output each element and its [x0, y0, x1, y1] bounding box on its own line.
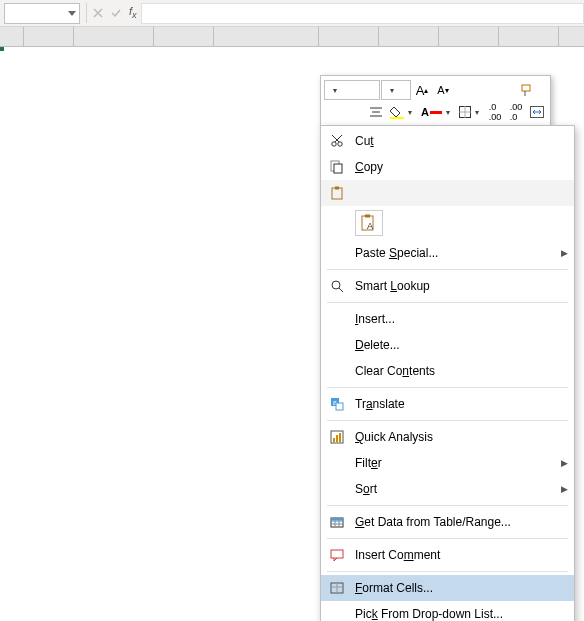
fill-color-icon[interactable]: ▾: [387, 102, 417, 122]
svg-rect-8: [334, 164, 342, 173]
selection-border: [0, 47, 4, 51]
ctx-get-data[interactable]: Get Data from Table/Range...: [321, 509, 574, 535]
svg-rect-9: [332, 188, 342, 199]
decrease-font-icon[interactable]: A▾: [433, 80, 453, 100]
ctx-clear-contents[interactable]: Clear Contents: [321, 358, 574, 384]
mini-toolbar: ▾ ▾ A▴ A▾ ▾ A▾ ▾ .0.00 .00.0: [320, 75, 551, 127]
col-header-D[interactable]: [214, 27, 319, 46]
font-name-selector[interactable]: ▾: [324, 80, 380, 100]
svg-rect-20: [336, 435, 338, 442]
formula-bar[interactable]: [141, 3, 584, 24]
borders-icon[interactable]: ▾: [456, 102, 484, 122]
ctx-copy[interactable]: Copy: [321, 154, 574, 180]
worksheet-grid[interactable]: [0, 27, 584, 47]
align-center-icon[interactable]: [366, 102, 386, 122]
svg-rect-21: [339, 433, 341, 442]
col-header-G[interactable]: [439, 27, 499, 46]
ctx-format-cells[interactable]: Format Cells...: [321, 575, 574, 601]
table-icon: [325, 515, 349, 529]
col-header-F[interactable]: [379, 27, 439, 46]
svg-rect-23: [331, 518, 343, 521]
formula-bar-area: fx: [0, 0, 584, 27]
percent-format-button[interactable]: [475, 80, 495, 100]
font-color-icon[interactable]: A▾: [418, 102, 455, 122]
svg-rect-0: [522, 85, 530, 91]
ctx-delete[interactable]: Delete...: [321, 332, 574, 358]
comment-icon: [325, 548, 349, 562]
ctx-insert-comment[interactable]: Insert Comment: [321, 542, 574, 568]
copy-icon: [325, 160, 349, 174]
col-header-H[interactable]: [499, 27, 559, 46]
svg-rect-2: [430, 111, 442, 114]
paste-default-icon[interactable]: A: [355, 210, 383, 236]
enter-formula-icon: [107, 4, 125, 22]
ctx-paste-options-row: A: [321, 206, 574, 240]
format-painter-icon[interactable]: [517, 80, 537, 100]
svg-text:A: A: [367, 221, 373, 231]
col-header-E[interactable]: [319, 27, 379, 46]
svg-rect-17: [336, 403, 343, 410]
italic-button[interactable]: [345, 102, 365, 122]
ctx-cut[interactable]: Cut: [321, 128, 574, 154]
cancel-formula-icon: [89, 4, 107, 22]
ctx-paste-options-header: [321, 180, 574, 206]
ctx-quick-analysis[interactable]: Quick Analysis: [321, 424, 574, 450]
name-box[interactable]: [4, 3, 80, 24]
ctx-sort[interactable]: Sort▶: [321, 476, 574, 502]
ctx-paste-special[interactable]: Paste Special...▶: [321, 240, 574, 266]
ctx-filter[interactable]: Filter▶: [321, 450, 574, 476]
svg-rect-24: [331, 550, 343, 558]
format-cells-icon: [325, 581, 349, 595]
svg-rect-19: [333, 438, 335, 442]
select-all-corner[interactable]: [0, 27, 24, 46]
fx-icon[interactable]: fx: [129, 5, 137, 20]
context-menu: Cut Copy A Paste Special...▶ Smart Looku…: [320, 125, 575, 621]
search-icon: [325, 279, 349, 293]
svg-rect-1: [390, 117, 404, 119]
comma-format-button[interactable]: [496, 80, 516, 100]
ctx-smart-lookup[interactable]: Smart Lookup: [321, 273, 574, 299]
svg-rect-10: [335, 187, 339, 190]
clipboard-icon: [325, 186, 349, 200]
svg-point-14: [332, 281, 340, 289]
translate-icon: a: [325, 397, 349, 411]
svg-rect-12: [365, 215, 370, 218]
svg-point-5: [332, 142, 336, 146]
merge-center-icon[interactable]: [527, 102, 547, 122]
decrease-decimal-icon[interactable]: .00.0: [506, 102, 526, 122]
accounting-format-button[interactable]: [454, 80, 474, 100]
ctx-insert[interactable]: Insert...: [321, 306, 574, 332]
col-header-A[interactable]: [24, 27, 74, 46]
name-box-dropdown-icon[interactable]: [68, 11, 76, 17]
bold-button[interactable]: [324, 102, 344, 122]
ctx-translate[interactable]: a Translate: [321, 391, 574, 417]
font-size-selector[interactable]: ▾: [381, 80, 411, 100]
ctx-pick-dropdown[interactable]: Pick From Drop-down List...: [321, 601, 574, 621]
column-headers-row: [0, 27, 584, 47]
col-header-B[interactable]: [74, 27, 154, 46]
scissors-icon: [325, 134, 349, 148]
svg-point-6: [338, 142, 342, 146]
increase-font-icon[interactable]: A▴: [412, 80, 432, 100]
col-header-C[interactable]: [154, 27, 214, 46]
increase-decimal-icon[interactable]: .0.00: [485, 102, 505, 122]
quick-analysis-icon: [325, 430, 349, 444]
